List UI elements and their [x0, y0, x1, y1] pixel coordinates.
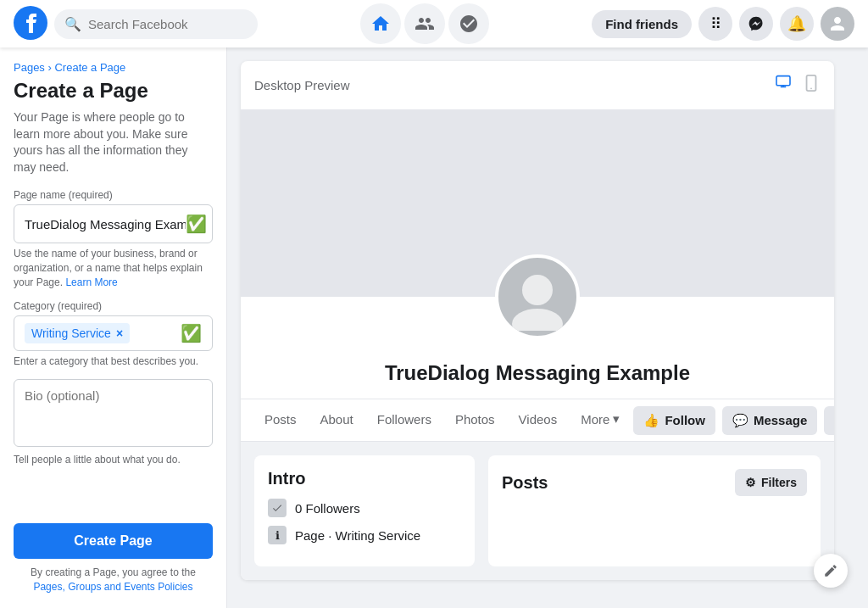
- friends-nav-btn[interactable]: [404, 3, 445, 44]
- sidebar-subtitle: Your Page is where people go to learn mo…: [14, 109, 213, 176]
- sidebar: Pages › Create a Page Create a Page Your…: [0, 47, 227, 608]
- groups-nav-btn[interactable]: [448, 3, 489, 44]
- create-page-button[interactable]: Create Page: [14, 523, 213, 559]
- terms-text: By creating a Page, you agree to the Pag…: [14, 566, 213, 594]
- page-tabs: Posts About Followers Photos Videos More…: [241, 399, 834, 442]
- edit-fab-button[interactable]: [814, 554, 848, 588]
- filters-icon: ⚙: [745, 476, 756, 489]
- page-title: Create a Page: [14, 79, 213, 103]
- svg-rect-1: [776, 76, 790, 86]
- mobile-view-button[interactable]: [802, 71, 821, 99]
- page-name-label: Page name (required): [14, 189, 213, 201]
- filters-label: Filters: [761, 476, 797, 489]
- filters-button[interactable]: ⚙ Filters: [735, 469, 807, 496]
- tab-about[interactable]: About: [310, 400, 364, 441]
- category-info-text: Page · Writing Service: [295, 528, 420, 543]
- messenger-button[interactable]: [739, 7, 773, 41]
- follow-label: Follow: [665, 413, 705, 427]
- tab-more[interactable]: More ▾: [570, 399, 630, 441]
- facebook-logo[interactable]: [14, 6, 47, 42]
- main-layout: Pages › Create a Page Create a Page Your…: [0, 47, 868, 608]
- preview-page-name: TrueDialog Messaging Example: [254, 361, 821, 385]
- page-cover: [241, 110, 834, 297]
- followers-info: 0 Followers: [268, 499, 461, 517]
- message-icon: 💬: [732, 413, 748, 428]
- more-actions-button[interactable]: ···: [824, 406, 834, 435]
- topnav: 🔍 Find friends ⠿ 🔔: [0, 0, 868, 47]
- notifications-button[interactable]: 🔔: [780, 7, 814, 41]
- bio-textarea[interactable]: [14, 379, 213, 447]
- page-name-check-icon: ✅: [186, 214, 207, 234]
- followers-icon: [268, 499, 287, 517]
- category-input-wrap: Writing Service × ✅: [14, 315, 213, 351]
- search-input[interactable]: [88, 17, 248, 31]
- preview-card: Desktop Preview: [241, 61, 834, 580]
- bio-field: Tell people a little about what you do.: [14, 379, 213, 467]
- posts-card: Posts ⚙ Filters: [488, 455, 821, 566]
- avatar[interactable]: [821, 7, 854, 41]
- category-tag: Writing Service ×: [25, 323, 130, 343]
- more-chevron-icon: ▾: [613, 411, 620, 427]
- learn-more-link[interactable]: Learn More: [65, 276, 117, 288]
- page-name-field: Page name (required) ✅ Use the name of y…: [14, 189, 213, 289]
- search-icon: 🔍: [64, 16, 81, 32]
- page-tab-actions: 👍 Follow 💬 Message ···: [633, 406, 834, 435]
- category-check-icon: ✅: [181, 323, 202, 343]
- page-avatar: [495, 254, 580, 339]
- posts-title: Posts: [502, 473, 548, 493]
- svg-point-7: [512, 309, 563, 331]
- category-info: ℹ Page · Writing Service: [268, 526, 461, 544]
- tab-posts[interactable]: Posts: [254, 400, 307, 441]
- category-hint: Enter a category that best describes you…: [14, 354, 213, 369]
- desktop-view-button[interactable]: [771, 71, 795, 99]
- category-label: Category (required): [14, 300, 213, 312]
- svg-point-5: [810, 87, 812, 89]
- breadcrumb: Pages › Create a Page: [14, 61, 213, 74]
- page-name-input[interactable]: [25, 217, 186, 231]
- tab-followers[interactable]: Followers: [367, 400, 442, 441]
- page-name-hint: Use the name of your business, brand or …: [14, 247, 213, 289]
- category-tag-label: Writing Service: [31, 326, 111, 340]
- follow-button[interactable]: 👍 Follow: [633, 406, 715, 435]
- intro-card: Intro 0 Followers ℹ Page · Writing Servi…: [254, 455, 475, 566]
- follow-icon: 👍: [643, 413, 659, 428]
- category-remove-button[interactable]: ×: [116, 326, 123, 340]
- followers-count: 0 Followers: [295, 501, 360, 516]
- preview-view-btns: [771, 71, 821, 99]
- tab-photos[interactable]: Photos: [445, 400, 505, 441]
- breadcrumb-create: Create a Page: [54, 61, 125, 74]
- preview-title: Desktop Preview: [254, 78, 350, 92]
- home-nav-btn[interactable]: [360, 3, 401, 44]
- find-friends-button[interactable]: Find friends: [592, 10, 692, 38]
- preview-header: Desktop Preview: [241, 61, 834, 110]
- category-field: Category (required) Writing Service × ✅ …: [14, 300, 213, 369]
- search-box[interactable]: 🔍: [54, 9, 258, 39]
- posts-header: Posts ⚙ Filters: [502, 469, 807, 496]
- intro-title: Intro: [268, 469, 461, 488]
- terms-link[interactable]: Pages, Groups and Events Policies: [33, 581, 192, 593]
- page-body: Intro 0 Followers ℹ Page · Writing Servi…: [241, 442, 834, 580]
- svg-point-6: [522, 275, 553, 305]
- message-button[interactable]: 💬 Message: [722, 406, 817, 435]
- page-name-section: TrueDialog Messaging Example: [241, 348, 834, 399]
- breadcrumb-pages[interactable]: Pages: [14, 61, 45, 74]
- bio-hint: Tell people a little about what you do.: [14, 453, 213, 467]
- page-name-input-wrap: ✅: [14, 204, 213, 243]
- tab-videos[interactable]: Videos: [509, 400, 568, 441]
- content-area: Desktop Preview: [227, 47, 868, 608]
- grid-menu-button[interactable]: ⠿: [698, 7, 732, 41]
- category-info-icon: ℹ: [268, 526, 287, 544]
- topnav-center: [258, 3, 592, 44]
- message-label: Message: [754, 413, 807, 427]
- page-avatar-wrap: [495, 254, 580, 339]
- topnav-right: Find friends ⠿ 🔔: [592, 7, 854, 41]
- more-tab-label: More: [581, 412, 609, 427]
